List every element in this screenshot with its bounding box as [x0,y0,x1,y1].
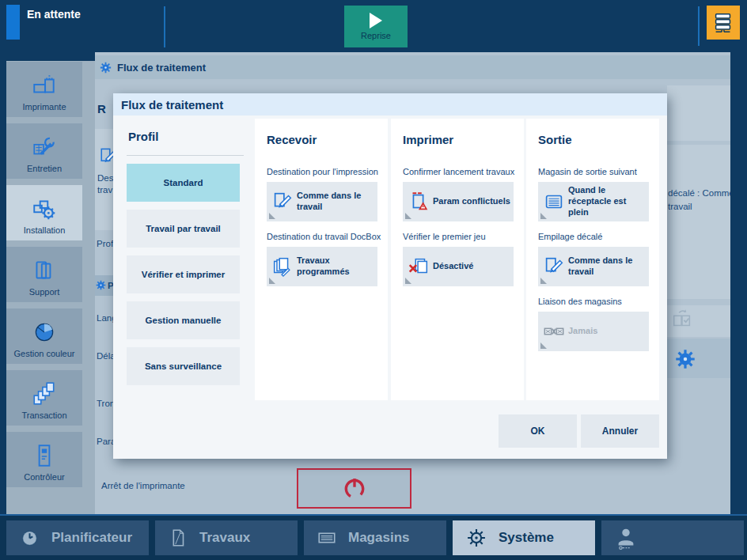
bg-panel [667,85,730,141]
setting-label: Magasin de sortie suivant [538,167,659,176]
printer-icon [31,72,58,99]
nav-planificateur[interactable]: Planificateur [6,520,149,555]
profil-option-standard[interactable]: Standard [127,164,240,202]
sidebar-item-label: Support [29,287,60,297]
nav-user-login[interactable] [601,520,744,555]
setting-value: Travaux programmés [297,255,376,278]
tray-link-icon [542,320,566,343]
sidebar-item-label: Contrôleur [24,472,64,482]
sidebar-item-label: Imprimante [22,102,66,112]
status-accent-bar [6,5,20,40]
setting-value: Désactivé [433,261,473,272]
ok-button[interactable]: OK [499,414,577,448]
support-icon [31,257,58,284]
setting-value: Jamais [568,326,597,337]
nav-label: Travaux [199,530,250,546]
sidebar-item-installation[interactable]: Installation [6,185,82,240]
sortie-panel: Sortie Magasin de sortie suivant Quand l… [526,119,659,400]
color-wheel-icon [31,319,58,346]
settings-gear-icon [673,347,697,371]
workflow-gear-icon [99,61,112,74]
sidebar-item-label: Transaction [21,411,66,420]
empilage-decale-button[interactable]: Comme dans le travail [538,247,649,286]
setting-label: Confirmer lancement travaux [403,167,524,176]
setting-label: Liaison des magasins [538,297,659,306]
flux-de-traitement-dialog: Flux de traitement Profil Standard Trava… [113,93,667,459]
topbar-divider [698,6,700,46]
power-icon [340,475,369,503]
dialog-body: Profil Standard Travail par travail Véri… [113,115,667,459]
recevoir-heading: Recevoir [267,133,388,146]
sortie-heading: Sortie [538,133,659,146]
top-status-bar: En attente Reprise [0,0,747,52]
recevoir-panel: Recevoir Destination pour l'impression C… [255,119,388,400]
controller-icon [31,442,58,469]
nav-label: Planificateur [51,530,132,546]
verifier-premier-jeu-button[interactable]: Désactivé [403,247,514,286]
cancel-button[interactable]: Annuler [581,414,659,448]
clock-icon [19,528,40,549]
resume-button-label: Reprise [361,31,391,40]
setting-label: Destination pour l'impression [267,167,388,176]
maintenance-icon [31,134,58,161]
profil-option-verifier-et-imprimer[interactable]: Vérifier et imprimer [127,255,240,293]
settings-sidebar: Imprimante Entretien Installation Suppor… [0,52,95,514]
installation-icon [31,195,58,222]
destination-impression-button[interactable]: Comme dans le travail [267,182,377,221]
profil-option-gestion-manuelle[interactable]: Gestion manuelle [127,301,240,339]
printer-shutdown-button[interactable] [297,468,411,509]
job-edit-icon [271,190,294,214]
sidebar-item-transaction[interactable]: Transaction [6,370,82,426]
gear-icon [465,527,487,549]
topbar-divider [164,6,165,47]
sidebar-item-label: Entretien [27,164,62,173]
shutdown-label: Arrêt de l'imprimante [101,481,185,490]
bg-partial-text: trav [97,185,112,195]
jobs-icon [168,528,188,548]
conflict-warning-icon [407,190,430,214]
resume-button[interactable]: Reprise [344,6,408,47]
profil-column: Profil Standard Travail par travail Véri… [127,130,247,385]
destination-docbox-button[interactable]: Travaux programmés [267,247,377,286]
trays-icon [317,528,337,548]
paper-trays-icon [711,11,735,35]
profil-heading: Profil [128,130,247,143]
setting-label: Vérifier le premier jeu [403,232,524,241]
copy-check-icon [670,307,694,331]
bg-partial-text: Des [97,173,113,183]
user-key-icon [614,525,638,551]
scheduled-jobs-icon [271,255,294,278]
profil-option-sans-surveillance[interactable]: Sans surveillance [127,347,240,385]
bg-partial-text: travail [668,202,692,211]
sidebar-item-support[interactable]: Support [6,247,82,302]
sidebar-item-imprimante[interactable]: Imprimante [6,62,82,117]
liaison-magasins-button: Jamais [538,312,649,351]
dialog-title: Flux de traitement [121,98,223,112]
imprimer-heading: Imprimer [403,133,524,146]
setting-value: Quand le réceptacle est plein [568,185,647,218]
right-frame-strip [730,52,747,514]
sidebar-item-label: Installation [24,225,66,235]
nav-magasins[interactable]: Magasins [304,520,446,555]
nav-travaux[interactable]: Travaux [155,520,298,555]
profil-option-travail-par-travail[interactable]: Travail par travail [127,210,240,248]
bg-partial-text: décalé : Comme [668,188,734,198]
printer-control-app: En attente Reprise Imprimante Entretien … [0,0,747,560]
setting-value: Param conflictuels [433,196,510,207]
profil-divider [127,155,244,156]
confirmer-lancement-button[interactable]: Param conflictuels [403,182,514,221]
setting-label: Destination du travail DocBox [267,232,388,241]
dialog-title-bar: Flux de traitement [113,93,667,115]
setting-value: Comme dans le travail [297,191,376,213]
sidebar-item-controleur[interactable]: Contrôleur [6,432,82,487]
paper-trays-button[interactable] [707,6,740,40]
nav-systeme[interactable]: Système [453,520,595,555]
nav-label: Système [499,530,554,546]
page-title: Flux de traitement [117,62,206,74]
sidebar-item-entretien[interactable]: Entretien [6,123,82,179]
disabled-cross-icon [407,255,430,278]
bg-partial-heading: R [97,102,106,115]
sidebar-item-gestion-couleur[interactable]: Gestion couleur [6,308,82,364]
transaction-icon [31,380,58,407]
magasin-sortie-button[interactable]: Quand le réceptacle est plein [538,182,649,221]
